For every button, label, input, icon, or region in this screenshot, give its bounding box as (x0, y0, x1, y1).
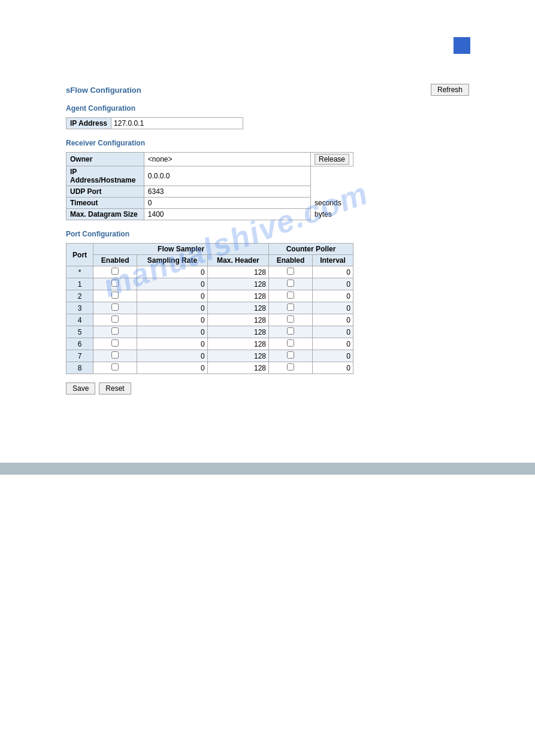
receiver-row-suffix: seconds (310, 198, 353, 209)
receiver-row-suffix: bytes (310, 209, 353, 220)
interval-cell: 0 (312, 314, 353, 326)
cp-enabled-checkbox[interactable] (287, 292, 294, 299)
fs-enabled-checkbox[interactable] (111, 327, 119, 335)
max-header-cell: 128 (207, 266, 268, 278)
fs-enabled-checkbox[interactable] (111, 292, 119, 299)
col-interval: Interval (312, 255, 353, 266)
sampling-rate-cell: 0 (137, 326, 208, 338)
receiver-row-suffix (310, 166, 353, 186)
port-number-cell: 3 (67, 302, 93, 314)
receiver-row-label: Owner (67, 153, 144, 166)
release-button[interactable]: Release (315, 154, 349, 165)
receiver-value-input[interactable] (148, 172, 268, 180)
interval-cell: 0 (312, 290, 353, 302)
col-flow-sampler: Flow Sampler (93, 244, 269, 255)
receiver-row: Max. Datagram Sizebytes (67, 209, 353, 220)
fs-enabled-cell (93, 302, 137, 314)
port-row: 301280 (67, 302, 353, 314)
sampling-rate-cell: 0 (137, 350, 208, 362)
receiver-row-value (144, 209, 310, 220)
cp-enabled-checkbox[interactable] (287, 280, 294, 287)
receiver-row-label: IP Address/Hostname (67, 166, 144, 186)
agent-config-title: Agent Configuration (66, 104, 469, 113)
port-row: 601280 (67, 338, 353, 350)
receiver-row-label: Timeout (67, 198, 144, 209)
receiver-row: UDP Port (67, 186, 353, 198)
fs-enabled-checkbox[interactable] (111, 315, 119, 323)
port-row: 501280 (67, 326, 353, 338)
receiver-row-value (144, 153, 310, 166)
cp-enabled-cell (269, 338, 313, 350)
receiver-owner-input[interactable] (148, 155, 256, 163)
cp-enabled-cell (269, 350, 313, 362)
fs-enabled-checkbox[interactable] (111, 303, 119, 311)
receiver-value-input[interactable] (148, 187, 268, 196)
fs-enabled-cell (93, 326, 137, 338)
receiver-row: Timeoutseconds (67, 198, 353, 209)
save-button[interactable]: Save (66, 382, 95, 394)
agent-config-section: Agent Configuration IP Address (66, 104, 469, 129)
receiver-row: IP Address/Hostname (67, 166, 353, 186)
cp-enabled-checkbox[interactable] (287, 339, 294, 347)
port-row: 401280 (67, 314, 353, 326)
fs-enabled-cell (93, 314, 137, 326)
receiver-config-title: Receiver Configuration (66, 139, 469, 147)
port-number-cell: 8 (67, 362, 93, 374)
interval-cell: 0 (312, 362, 353, 374)
receiver-config-section: Receiver Configuration OwnerReleaseIP Ad… (66, 139, 469, 220)
fs-enabled-checkbox[interactable] (111, 363, 119, 371)
receiver-row-value (144, 186, 310, 198)
cp-enabled-checkbox[interactable] (287, 363, 294, 371)
ip-address-input[interactable] (111, 117, 243, 129)
fs-enabled-cell (93, 278, 137, 290)
release-cell: Release (310, 153, 353, 166)
port-number-cell: 6 (67, 338, 93, 350)
col-port: Port (67, 244, 93, 266)
fs-enabled-checkbox[interactable] (111, 351, 119, 359)
main-content: sFlow Configuration Refresh Agent Config… (0, 0, 535, 394)
receiver-row-value (144, 198, 310, 209)
cp-enabled-checkbox[interactable] (287, 315, 294, 323)
max-header-cell: 128 (207, 290, 268, 302)
port-row: 201280 (67, 290, 353, 302)
fs-enabled-cell (93, 338, 137, 350)
receiver-row: OwnerRelease (67, 153, 353, 166)
fs-enabled-checkbox[interactable] (111, 268, 119, 275)
sampling-rate-cell: 0 (137, 314, 208, 326)
sampling-rate-cell: 0 (137, 362, 208, 374)
interval-cell: 0 (312, 338, 353, 350)
refresh-button[interactable]: Refresh (431, 84, 469, 96)
col-counter-poller: Counter Poller (269, 244, 353, 255)
page-title: sFlow Configuration (66, 86, 141, 95)
fs-enabled-cell (93, 362, 137, 374)
interval-cell: 0 (312, 326, 353, 338)
reset-button[interactable]: Reset (99, 382, 131, 394)
cp-enabled-checkbox[interactable] (287, 303, 294, 311)
footer-bar (0, 463, 535, 475)
port-number-cell: 5 (67, 326, 93, 338)
cp-enabled-cell (269, 278, 313, 290)
max-header-cell: 128 (207, 302, 268, 314)
port-row: 101280 (67, 278, 353, 290)
sampling-rate-cell: 0 (137, 266, 208, 278)
receiver-value-input[interactable] (148, 210, 268, 218)
fs-enabled-checkbox[interactable] (111, 339, 119, 347)
ip-address-label: IP Address (66, 117, 111, 129)
port-number-cell: 2 (67, 290, 93, 302)
sampling-rate-cell: 0 (137, 302, 208, 314)
cp-enabled-cell (269, 362, 313, 374)
sampling-rate-cell: 0 (137, 338, 208, 350)
cp-enabled-checkbox[interactable] (287, 268, 294, 275)
port-number-cell: * (67, 266, 93, 278)
port-row: *01280 (67, 266, 353, 278)
receiver-row-suffix (310, 186, 353, 198)
fs-enabled-cell (93, 266, 137, 278)
col-sampling-rate: Sampling Rate (137, 255, 208, 266)
page-title-row: sFlow Configuration Refresh (66, 84, 469, 96)
cp-enabled-cell (269, 266, 313, 278)
port-config-section: Port Configuration Port Flow Sampler Cou… (66, 230, 469, 374)
cp-enabled-checkbox[interactable] (287, 351, 294, 359)
receiver-value-input[interactable] (148, 199, 268, 207)
cp-enabled-checkbox[interactable] (287, 327, 294, 335)
fs-enabled-checkbox[interactable] (111, 280, 119, 287)
